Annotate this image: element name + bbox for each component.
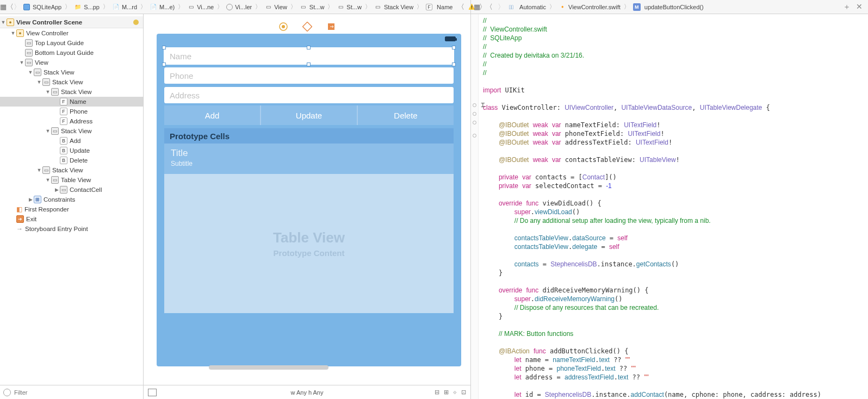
outline-item-label: Address — [70, 118, 92, 124]
size-class-label[interactable]: w Any h Any — [291, 389, 324, 396]
interface-builder-canvas: Name Phone Address Add Update Delete Pro… — [144, 14, 471, 399]
outline-item[interactable]: ▭Bottom Layout Guide — [0, 48, 143, 58]
outline-item[interactable]: ▼▭View — [0, 58, 143, 67]
address-textfield[interactable]: Address — [164, 87, 454, 103]
outline-item[interactable]: ▼▭Table View — [0, 175, 143, 185]
outline-item[interactable]: ▼▭Stack View — [0, 126, 143, 136]
jump-bar-right: ▦ 〈 〉 ◯⃘ Automatic〉 ViewController.swift… — [471, 0, 868, 14]
outline-item-icon: ▭ — [60, 186, 67, 194]
resolve-tool-icon[interactable]: ⟐ — [453, 389, 457, 396]
first-responder-icon[interactable] — [302, 22, 312, 32]
outline-item[interactable]: BAdd — [0, 136, 143, 146]
close-assistant-button[interactable]: ✕ — [856, 2, 863, 12]
prototype-cells-header: Prototype Cells — [164, 128, 454, 144]
svg-rect-2 — [302, 22, 312, 32]
outline-item-label: Update — [70, 147, 90, 154]
outline-toggle-button[interactable] — [148, 389, 157, 396]
cell-subtitle: Subtitle — [171, 160, 447, 167]
outline-item-icon: ▭ — [34, 68, 41, 76]
outline-item-label: Stack View — [52, 167, 83, 173]
outline-item-icon: ▭ — [42, 166, 50, 174]
outline-item[interactable]: BUpdate — [0, 146, 143, 155]
breadcrumb[interactable]: SQLiteApp〉 S...pp〉 📄M...rd〉 📄M...e)〉 ▭Vi… — [21, 3, 455, 11]
phone-textfield[interactable]: Phone — [164, 67, 454, 84]
outline-item-icon: B — [60, 137, 67, 145]
name-textfield[interactable]: Name — [164, 48, 454, 64]
outline-item-label: Constraints — [44, 196, 75, 203]
prev-issue-button[interactable]: 〈 — [455, 1, 467, 13]
add-button[interactable]: Add — [164, 105, 261, 125]
outline-item[interactable]: ▶⊞Constraints — [0, 195, 143, 204]
outline-item[interactable]: FAddress — [0, 116, 143, 126]
prototype-cell[interactable]: Title Subtitle — [164, 144, 454, 174]
outline-item-icon: ⊞ — [34, 196, 41, 203]
outline-item[interactable]: ▼●View Controller — [0, 28, 143, 38]
table-view-placeholder[interactable]: Table View Prototype Content — [164, 174, 454, 313]
scene-status-dot — [133, 20, 139, 25]
outline-item-icon: ▭ — [25, 59, 33, 66]
outline-item[interactable]: ▭Top Layout Guide — [0, 38, 143, 48]
outline-item-label: Stack View — [44, 69, 75, 76]
outline-item-label: Stack View — [52, 79, 83, 85]
align-tool-icon[interactable]: ⊟ — [435, 389, 439, 396]
outline-item[interactable]: FPhone — [0, 107, 143, 116]
outline-item[interactable]: ◧First Responder — [0, 204, 143, 214]
cell-title: Title — [171, 148, 447, 159]
outline-item-icon: ▭ — [25, 49, 33, 57]
outline-item-icon: ▭ — [51, 176, 59, 184]
add-assistant-button[interactable]: ＋ — [843, 2, 851, 12]
related-items-icon[interactable]: ▦ — [0, 1, 7, 13]
outline-item[interactable]: ▼▭Stack View — [0, 67, 143, 77]
exit-icon[interactable] — [326, 22, 336, 32]
outline-item[interactable]: BDelete — [0, 155, 143, 165]
outline-item-label: View Controller — [26, 30, 69, 36]
canvas-scrollbar[interactable] — [209, 365, 328, 370]
outline-item-label: Top Layout Guide — [35, 40, 84, 46]
back-button[interactable]: 〈 — [7, 1, 14, 13]
outline-item-label: First Responder — [24, 206, 69, 213]
outline-item-label: Exit — [26, 216, 36, 222]
ib-bottom-bar: w Any h Any ⊟ ⊞ ⟐ ⊡ — [144, 385, 470, 399]
assistant-forward-button[interactable]: 〉 — [495, 1, 507, 13]
outline-item[interactable]: FName — [0, 97, 143, 107]
assistant-editor: // // ViewController.swift // SQLiteApp … — [471, 14, 868, 399]
outline-item[interactable]: ▼▭Stack View — [0, 165, 143, 175]
outline-item-label: Stack View — [61, 89, 92, 95]
outline-item[interactable]: →Storyboard Entry Point — [0, 224, 143, 234]
outline-item-icon: ▭ — [25, 39, 33, 47]
code-editor[interactable]: // // ViewController.swift // SQLiteApp … — [479, 14, 868, 399]
forward-button[interactable]: 〉 — [14, 1, 21, 13]
outline-scene-header[interactable]: ▼ ● View Controller Scene — [0, 16, 143, 28]
outline-item-label: Delete — [70, 157, 88, 164]
resize-tool-icon[interactable]: ⊡ — [461, 389, 466, 396]
outline-item-icon: ▭ — [51, 88, 59, 96]
update-button[interactable]: Update — [261, 105, 358, 125]
outline-filter-input[interactable] — [14, 389, 140, 396]
outline-item[interactable]: ▼▭Stack View — [0, 87, 143, 97]
outline-item-icon: F — [60, 98, 67, 105]
text-cursor: ⌶ — [481, 101, 485, 109]
document-outline: ▼ ● View Controller Scene ▼●View Control… — [0, 14, 144, 399]
delete-button[interactable]: Delete — [358, 105, 454, 125]
outline-item[interactable]: ➜Exit — [0, 214, 143, 224]
outline-item-icon: F — [60, 117, 67, 125]
outline-item-label: View — [35, 59, 48, 66]
outline-item-icon: B — [60, 157, 67, 164]
scene-icon: ● — [7, 18, 14, 26]
device-canvas[interactable]: Name Phone Address Add Update Delete Pro… — [157, 34, 461, 366]
outline-item-icon: F — [60, 108, 67, 115]
outline-item-label: Phone — [70, 108, 88, 115]
filter-icon[interactable] — [3, 389, 11, 396]
assistant-related-icon[interactable]: ▦ — [471, 1, 483, 13]
outline-item-icon: ▭ — [42, 78, 50, 86]
outline-filter-bar — [0, 385, 143, 399]
assistant-back-button[interactable]: 〈 — [483, 1, 495, 13]
pin-tool-icon[interactable]: ⊞ — [444, 389, 449, 396]
outline-item[interactable]: ▼▭Stack View — [0, 77, 143, 87]
outline-item-icon: ➜ — [16, 215, 24, 223]
code-gutter[interactable] — [471, 14, 479, 399]
assistant-breadcrumb[interactable]: ◯⃘ Automatic〉 ViewController.swift〉 Mupd… — [507, 3, 706, 11]
outline-item-icon: ◧ — [16, 205, 22, 213]
vc-icon[interactable] — [278, 22, 288, 32]
outline-item[interactable]: ▶▭ContactCell — [0, 185, 143, 195]
